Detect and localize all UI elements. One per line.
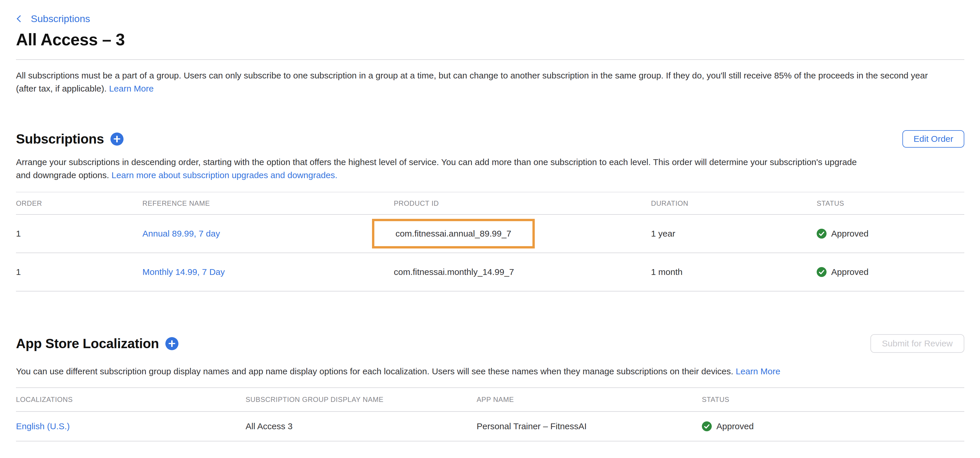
approved-check-icon	[817, 229, 827, 239]
plus-icon	[165, 337, 178, 350]
upgrades-downgrades-link[interactable]: Learn more about subscription upgrades a…	[111, 170, 337, 180]
table-row: 1 Annual 89.99, 7 day com.fitnessai.annu…	[16, 215, 964, 253]
app-name-value: Personal Trainer – FitnessAI	[477, 421, 702, 431]
plus-icon	[110, 132, 124, 146]
localization-link[interactable]: English (U.S.)	[16, 421, 70, 431]
edit-order-button[interactable]: Edit Order	[902, 130, 964, 148]
approved-check-icon	[817, 267, 827, 277]
divider	[16, 59, 964, 60]
duration-value: 1 year	[651, 229, 817, 239]
column-header-status: STATUS	[702, 396, 964, 404]
column-header-localizations: LOCALIZATIONS	[16, 396, 246, 404]
subscriptions-description: Arrange your subscriptions in descending…	[16, 156, 870, 181]
reference-name-link[interactable]: Annual 89.99, 7 day	[142, 229, 220, 239]
column-header-app-name: APP NAME	[477, 396, 702, 404]
table-row: English (U.S.) All Access 3 Personal Tra…	[16, 412, 964, 441]
group-display-name-value: All Access 3	[246, 421, 477, 431]
subscriptions-section-header: Subscriptions Edit Order	[16, 129, 964, 148]
submit-for-review-button[interactable]: Submit for Review	[870, 334, 964, 353]
column-header-order: ORDER	[16, 199, 142, 207]
localization-description-copy: You can use different subscription group…	[16, 366, 733, 376]
status-cell: Approved	[817, 229, 964, 239]
localization-table-header-row: LOCALIZATIONS SUBSCRIPTION GROUP DISPLAY…	[16, 387, 964, 412]
product-id-value: com.fitnessai.annual_89.99_7	[396, 229, 512, 239]
product-id-value: com.fitnessai.monthly_14.99_7	[394, 267, 651, 277]
localization-description: You can use different subscription group…	[16, 365, 964, 378]
column-header-product-id: PRODUCT ID	[394, 199, 651, 207]
subscriptions-table-header-row: ORDER REFERENCE NAME PRODUCT ID DURATION…	[16, 192, 964, 215]
status-label: Approved	[831, 229, 869, 239]
order-value: 1	[16, 229, 142, 239]
add-subscription-button[interactable]	[110, 132, 124, 146]
approved-check-icon	[702, 421, 712, 431]
localization-table: LOCALIZATIONS SUBSCRIPTION GROUP DISPLAY…	[16, 387, 964, 441]
subscriptions-heading: Subscriptions	[16, 131, 104, 147]
status-label: Approved	[716, 421, 754, 431]
group-intro-text: All subscriptions must be a part of a gr…	[16, 69, 946, 95]
column-header-group-display-name: SUBSCRIPTION GROUP DISPLAY NAME	[246, 396, 477, 404]
status-cell: Approved	[817, 267, 964, 277]
intro-learn-more-link[interactable]: Learn More	[109, 84, 153, 93]
duration-value: 1 month	[651, 267, 817, 277]
order-value: 1	[16, 267, 142, 277]
subscription-group-page: Subscriptions All Access – 3 All subscri…	[0, 0, 980, 458]
localization-learn-more-link[interactable]: Learn More	[736, 366, 780, 376]
reference-name-link[interactable]: Monthly 14.99, 7 Day	[142, 267, 225, 277]
status-label: Approved	[831, 267, 869, 277]
product-id-highlight-box: com.fitnessai.annual_89.99_7	[372, 219, 535, 248]
table-row: 1 Monthly 14.99, 7 Day com.fitnessai.mon…	[16, 253, 964, 291]
chevron-left-icon	[17, 15, 24, 22]
page-title: All Access – 3	[16, 30, 964, 49]
localization-section-header: App Store Localization Submit for Review	[16, 334, 964, 353]
column-header-status: STATUS	[817, 199, 964, 207]
subscriptions-table: ORDER REFERENCE NAME PRODUCT ID DURATION…	[16, 192, 964, 291]
column-header-reference-name: REFERENCE NAME	[142, 199, 394, 207]
localization-heading: App Store Localization	[16, 336, 159, 351]
product-id-cell: com.fitnessai.annual_89.99_7	[394, 219, 651, 248]
add-localization-button[interactable]	[165, 337, 178, 350]
breadcrumb[interactable]: Subscriptions	[16, 12, 90, 25]
status-cell: Approved	[702, 421, 964, 431]
breadcrumb-label: Subscriptions	[31, 12, 90, 25]
column-header-duration: DURATION	[651, 199, 817, 207]
